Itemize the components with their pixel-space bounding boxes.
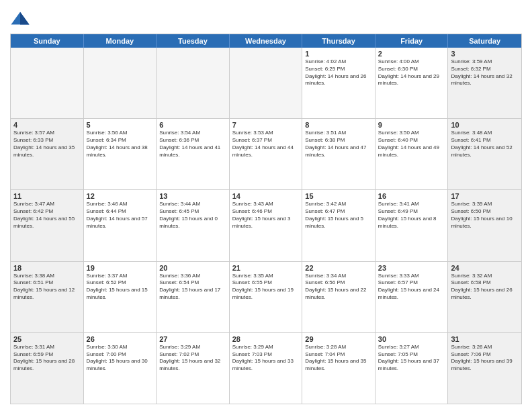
day-number: 8	[305, 121, 372, 129]
day-number: 21	[232, 264, 300, 272]
day-number: 22	[305, 264, 372, 272]
calendar-cell: 4Sunrise: 3:57 AMSunset: 6:33 PMDaylight…	[11, 119, 84, 189]
day-number: 12	[87, 192, 154, 200]
calendar-cell: 17Sunrise: 3:39 AMSunset: 6:50 PMDayligh…	[448, 190, 521, 261]
day-number: 5	[87, 121, 154, 129]
calendar-cell: 5Sunrise: 3:56 AMSunset: 6:34 PMDaylight…	[84, 119, 157, 189]
cell-info: Sunrise: 3:57 AMSunset: 6:33 PMDaylight:…	[13, 130, 81, 158]
cell-info: Sunrise: 3:26 AMSunset: 7:06 PMDaylight:…	[451, 344, 519, 373]
calendar-row-4: 25Sunrise: 3:31 AMSunset: 6:59 PMDayligh…	[11, 333, 521, 404]
cell-info: Sunrise: 3:29 AMSunset: 7:03 PMDaylight:…	[232, 344, 300, 373]
page: SundayMondayTuesdayWednesdayThursdayFrid…	[0, 0, 532, 411]
cell-info: Sunrise: 3:32 AMSunset: 6:58 PMDaylight:…	[451, 273, 519, 302]
day-number: 23	[378, 264, 445, 272]
calendar-cell: 27Sunrise: 3:29 AMSunset: 7:02 PMDayligh…	[157, 333, 230, 404]
calendar-cell: 26Sunrise: 3:30 AMSunset: 7:00 PMDayligh…	[84, 333, 157, 404]
calendar-body: 1Sunrise: 4:02 AMSunset: 6:29 PMDaylight…	[11, 48, 521, 404]
cell-info: Sunrise: 3:28 AMSunset: 7:04 PMDaylight:…	[305, 344, 372, 373]
calendar-cell: 22Sunrise: 3:34 AMSunset: 6:56 PMDayligh…	[302, 262, 375, 332]
calendar-cell: 18Sunrise: 3:38 AMSunset: 6:51 PMDayligh…	[11, 262, 84, 332]
calendar-cell: 30Sunrise: 3:27 AMSunset: 7:05 PMDayligh…	[375, 333, 449, 404]
logo-icon	[10, 9, 30, 30]
header-day-sunday: Sunday	[11, 34, 84, 48]
day-number: 20	[159, 264, 226, 272]
cell-info: Sunrise: 3:38 AMSunset: 6:51 PMDaylight:…	[13, 273, 81, 302]
day-number: 1	[305, 50, 372, 58]
day-number: 4	[13, 121, 81, 129]
cell-info: Sunrise: 3:51 AMSunset: 6:38 PMDaylight:…	[305, 130, 372, 158]
day-number: 11	[13, 192, 81, 200]
calendar-cell: 12Sunrise: 3:46 AMSunset: 6:44 PMDayligh…	[84, 190, 157, 261]
calendar-cell	[84, 48, 157, 118]
cell-info: Sunrise: 3:44 AMSunset: 6:45 PMDaylight:…	[159, 201, 226, 230]
cell-info: Sunrise: 3:35 AMSunset: 6:55 PMDaylight:…	[232, 273, 300, 302]
header-day-thursday: Thursday	[302, 34, 375, 48]
calendar-cell: 23Sunrise: 3:33 AMSunset: 6:57 PMDayligh…	[375, 262, 449, 332]
day-number: 18	[13, 264, 81, 272]
calendar-cell: 10Sunrise: 3:48 AMSunset: 6:41 PMDayligh…	[448, 119, 521, 189]
cell-info: Sunrise: 3:41 AMSunset: 6:49 PMDaylight:…	[378, 201, 445, 230]
cell-info: Sunrise: 3:30 AMSunset: 7:00 PMDaylight:…	[87, 344, 154, 373]
calendar-cell: 21Sunrise: 3:35 AMSunset: 6:55 PMDayligh…	[230, 262, 303, 332]
calendar-cell	[230, 48, 303, 118]
cell-info: Sunrise: 3:56 AMSunset: 6:34 PMDaylight:…	[87, 130, 154, 158]
header-day-saturday: Saturday	[448, 34, 521, 48]
cell-info: Sunrise: 3:46 AMSunset: 6:44 PMDaylight:…	[87, 201, 154, 230]
day-number: 19	[87, 264, 154, 272]
day-number: 14	[232, 192, 300, 200]
calendar-cell: 25Sunrise: 3:31 AMSunset: 6:59 PMDayligh…	[11, 333, 84, 404]
calendar-cell	[157, 48, 230, 118]
calendar-cell: 16Sunrise: 3:41 AMSunset: 6:49 PMDayligh…	[375, 190, 449, 261]
day-number: 13	[159, 192, 226, 200]
day-number: 30	[378, 335, 445, 343]
calendar-cell: 19Sunrise: 3:37 AMSunset: 6:52 PMDayligh…	[84, 262, 157, 332]
day-number: 16	[378, 192, 445, 200]
calendar-cell: 11Sunrise: 3:47 AMSunset: 6:42 PMDayligh…	[11, 190, 84, 261]
day-number: 3	[451, 50, 519, 58]
calendar-cell: 20Sunrise: 3:36 AMSunset: 6:54 PMDayligh…	[157, 262, 230, 332]
cell-info: Sunrise: 3:33 AMSunset: 6:57 PMDaylight:…	[378, 273, 445, 302]
cell-info: Sunrise: 4:00 AMSunset: 6:30 PMDaylight:…	[378, 58, 445, 87]
cell-info: Sunrise: 3:31 AMSunset: 6:59 PMDaylight:…	[13, 344, 81, 373]
calendar-row-1: 4Sunrise: 3:57 AMSunset: 6:33 PMDaylight…	[11, 119, 521, 190]
calendar-cell: 6Sunrise: 3:54 AMSunset: 6:36 PMDaylight…	[157, 119, 230, 189]
header-day-tuesday: Tuesday	[157, 34, 230, 48]
day-number: 31	[451, 335, 519, 343]
calendar-cell	[11, 48, 84, 118]
calendar-row-3: 18Sunrise: 3:38 AMSunset: 6:51 PMDayligh…	[11, 262, 521, 333]
calendar-cell: 3Sunrise: 3:59 AMSunset: 6:32 PMDaylight…	[448, 48, 521, 118]
cell-info: Sunrise: 3:37 AMSunset: 6:52 PMDaylight:…	[87, 273, 154, 302]
day-number: 28	[232, 335, 300, 343]
day-number: 9	[378, 121, 445, 129]
header	[10, 7, 522, 30]
day-number: 15	[305, 192, 372, 200]
day-number: 2	[378, 50, 445, 58]
calendar-header: SundayMondayTuesdayWednesdayThursdayFrid…	[11, 34, 521, 48]
day-number: 17	[451, 192, 519, 200]
cell-info: Sunrise: 3:53 AMSunset: 6:37 PMDaylight:…	[232, 130, 300, 158]
cell-info: Sunrise: 3:29 AMSunset: 7:02 PMDaylight:…	[159, 344, 226, 373]
calendar-cell: 31Sunrise: 3:26 AMSunset: 7:06 PMDayligh…	[448, 333, 521, 404]
logo	[10, 9, 32, 30]
cell-info: Sunrise: 3:34 AMSunset: 6:56 PMDaylight:…	[305, 273, 372, 302]
cell-info: Sunrise: 3:54 AMSunset: 6:36 PMDaylight:…	[159, 130, 226, 158]
cell-info: Sunrise: 4:02 AMSunset: 6:29 PMDaylight:…	[305, 58, 372, 87]
calendar-cell: 8Sunrise: 3:51 AMSunset: 6:38 PMDaylight…	[302, 119, 375, 189]
day-number: 7	[232, 121, 300, 129]
day-number: 27	[159, 335, 226, 343]
day-number: 6	[159, 121, 226, 129]
calendar-row-0: 1Sunrise: 4:02 AMSunset: 6:29 PMDaylight…	[11, 48, 521, 119]
cell-info: Sunrise: 3:43 AMSunset: 6:46 PMDaylight:…	[232, 201, 300, 230]
svg-marker-1	[20, 12, 30, 25]
calendar-cell: 14Sunrise: 3:43 AMSunset: 6:46 PMDayligh…	[230, 190, 303, 261]
header-day-monday: Monday	[84, 34, 157, 48]
calendar-cell: 13Sunrise: 3:44 AMSunset: 6:45 PMDayligh…	[157, 190, 230, 261]
day-number: 25	[13, 335, 81, 343]
cell-info: Sunrise: 3:36 AMSunset: 6:54 PMDaylight:…	[159, 273, 226, 302]
day-number: 10	[451, 121, 519, 129]
calendar: SundayMondayTuesdayWednesdayThursdayFrid…	[10, 34, 522, 404]
calendar-cell: 1Sunrise: 4:02 AMSunset: 6:29 PMDaylight…	[302, 48, 375, 118]
cell-info: Sunrise: 3:42 AMSunset: 6:47 PMDaylight:…	[305, 201, 372, 230]
day-number: 26	[87, 335, 154, 343]
day-number: 29	[305, 335, 372, 343]
